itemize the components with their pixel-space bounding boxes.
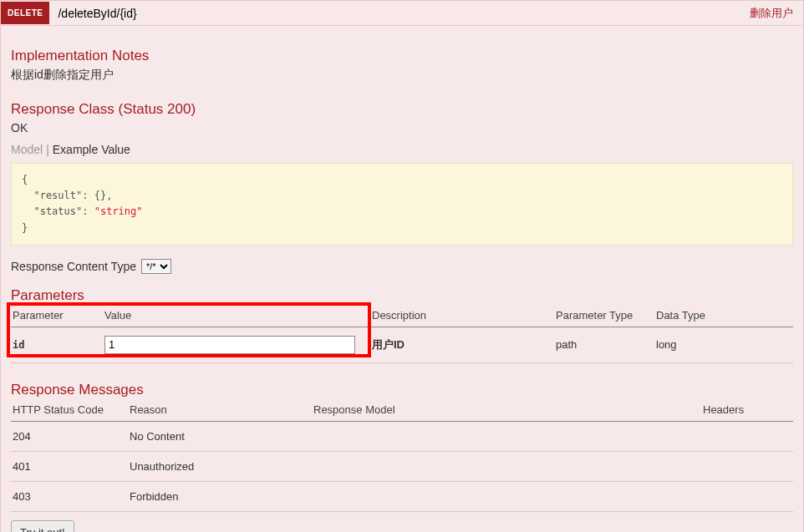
operation-path: /deleteById/{id} [49, 7, 750, 20]
example-line: "string" [94, 205, 143, 217]
params-header-description: Description [370, 306, 554, 327]
table-row: 401 Unauthorized [11, 451, 793, 481]
example-line: { [22, 174, 28, 185]
resp-model [312, 481, 701, 511]
example-line: "status" [22, 205, 82, 217]
operation-panel: DELETE /deleteById/{id} 删除用户 Implementat… [0, 0, 804, 532]
table-row: 403 Forbidden [11, 481, 793, 511]
resp-model [312, 421, 701, 451]
resp-model [312, 451, 701, 481]
resp-header-headers: Headers [701, 400, 793, 422]
response-class-heading: Response Class (Status 200) [11, 101, 793, 118]
param-type: path [554, 327, 654, 362]
response-content-type-select[interactable]: */* [141, 259, 171, 274]
implementation-notes-text: 根据id删除指定用户 [11, 68, 793, 83]
resp-header-reason: Reason [128, 400, 312, 422]
operation-summary: 删除用户 [750, 6, 803, 21]
parameters-heading: Parameters [11, 287, 793, 304]
params-header-parameter: Parameter [11, 306, 103, 327]
example-line: "result" [22, 190, 82, 201]
param-name: id [13, 339, 24, 351]
try-it-out-button[interactable]: Try it out! [11, 520, 74, 532]
implementation-notes-heading: Implementation Notes [11, 48, 793, 64]
response-messages-heading: Response Messages [11, 382, 793, 398]
operation-body: Implementation Notes 根据id删除指定用户 Response… [1, 26, 803, 532]
params-header-value: Value [103, 306, 370, 327]
resp-header-code: HTTP Status Code [11, 400, 128, 422]
tab-example-value[interactable]: Example Value [53, 143, 134, 156]
response-messages-table: HTTP Status Code Reason Response Model H… [11, 400, 793, 512]
operation-header[interactable]: DELETE /deleteById/{id} 删除用户 [1, 1, 803, 26]
param-description: 用户ID [372, 338, 405, 351]
response-tabs: Model|Example Value [11, 143, 793, 156]
example-line: : {}, [82, 190, 112, 201]
tab-separator: | [46, 143, 53, 156]
resp-headers [701, 421, 793, 451]
table-row: id 用户ID path long [11, 327, 793, 362]
example-value-box[interactable]: { "result": {}, "status": "string" } [11, 163, 793, 246]
param-value-input[interactable] [104, 336, 355, 354]
example-line: : [82, 205, 94, 217]
params-header-dtype: Data Type [654, 306, 793, 327]
table-row: 204 No Content [11, 421, 793, 451]
resp-reason: No Content [128, 421, 312, 451]
parameters-table-wrap: Parameter Value Description Parameter Ty… [11, 306, 793, 363]
resp-code: 204 [11, 421, 128, 451]
resp-reason: Forbidden [128, 481, 312, 511]
resp-headers [701, 481, 793, 511]
response-class-status: OK [11, 121, 793, 134]
response-content-type-row: Response Content Type */* [11, 259, 793, 274]
response-content-type-label: Response Content Type [11, 260, 136, 273]
tab-model[interactable]: Model [11, 143, 46, 156]
resp-headers [701, 451, 793, 481]
resp-header-model: Response Model [312, 400, 701, 422]
params-header-ptype: Parameter Type [554, 306, 654, 327]
param-data-type: long [654, 327, 793, 362]
resp-code: 401 [11, 451, 128, 481]
resp-code: 403 [11, 481, 128, 511]
resp-reason: Unauthorized [128, 451, 312, 481]
parameters-table: Parameter Value Description Parameter Ty… [11, 306, 793, 363]
example-line: } [22, 222, 28, 234]
http-method-badge: DELETE [1, 2, 49, 24]
